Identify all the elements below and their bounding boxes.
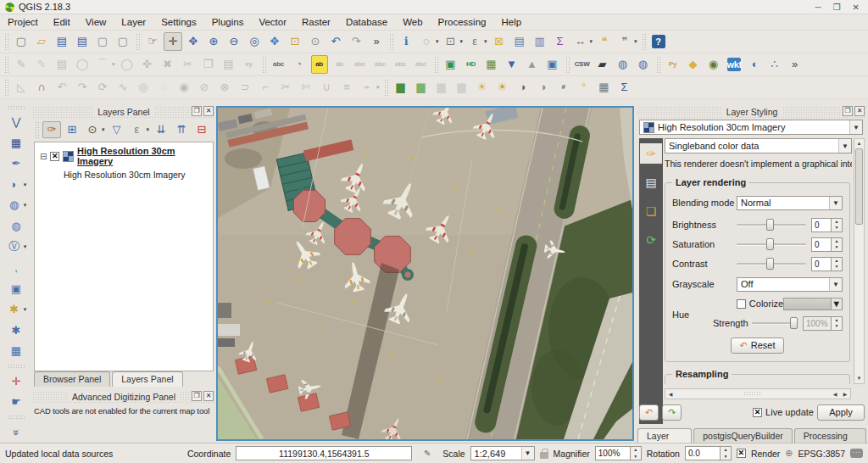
- renderer-selector[interactable]: Singleband color data ▼: [665, 138, 852, 153]
- toolbar-overflow-button[interactable]: »: [367, 32, 386, 51]
- delete-part-button[interactable]: ⊗: [215, 78, 234, 97]
- spin-down-icon[interactable]: ▼: [832, 244, 842, 251]
- layer-diagram-button[interactable]: ab: [331, 55, 349, 74]
- toggle-editing-button[interactable]: ✎: [32, 55, 51, 74]
- redo-style-button[interactable]: ↷: [662, 404, 682, 421]
- label-settings-button[interactable]: abc: [270, 55, 288, 74]
- increase-brightness-button[interactable]: ☀: [473, 78, 492, 97]
- touch-zoom-pan-button[interactable]: ☞: [143, 32, 162, 51]
- upload-grid-button[interactable]: ▲: [523, 55, 542, 74]
- current-edits-button[interactable]: ✎: [12, 55, 31, 74]
- add-feature-button[interactable]: ◯: [73, 55, 92, 74]
- wkt-plugin-button[interactable]: wkt: [725, 55, 743, 74]
- move-feature-button[interactable]: ◯: [118, 55, 136, 74]
- new-shapefile-layer-button[interactable]: ✱▾: [5, 299, 28, 321]
- offline-editing-button[interactable]: ▰: [593, 55, 612, 74]
- rotate-feature-button[interactable]: ⟳: [93, 78, 112, 97]
- styling-vertical-scrollbar[interactable]: ▲ ▼: [854, 138, 865, 384]
- blending-mode-select[interactable]: Normal ▼: [737, 196, 843, 210]
- redo-button[interactable]: ↷: [73, 78, 92, 97]
- rotation-spinbox[interactable]: 0.0▲▼: [685, 446, 732, 460]
- add-gpx-layer-button[interactable]: ▣: [7, 278, 25, 299]
- symbology-tab-icon[interactable]: ✑: [640, 143, 662, 164]
- zoom-last-button[interactable]: ↶: [326, 32, 345, 51]
- scroll-left-icon[interactable]: ◀: [830, 391, 840, 397]
- label-edit-button[interactable]: abc: [412, 55, 431, 74]
- delete-ring-button[interactable]: ⊘: [195, 78, 214, 97]
- toolbar-handle[interactable]: [35, 121, 39, 138]
- spin-up-icon[interactable]: ▲: [832, 258, 842, 265]
- select-features-button[interactable]: ◌▾: [417, 32, 440, 51]
- styling-horizontal-scrollbar[interactable]: ◀ ◀ ▶: [665, 388, 851, 399]
- modify-attributes-button[interactable]: xy: [240, 55, 259, 74]
- help-contents-button[interactable]: ?: [649, 32, 668, 51]
- undo-button[interactable]: ↶: [53, 78, 71, 97]
- toolbar-overflow-button[interactable]: »: [7, 421, 25, 443]
- new-spatialite-layer-button[interactable]: ✱: [7, 320, 25, 341]
- add-wfs-layer-button[interactable]: Ⓥ▾: [5, 237, 28, 258]
- select-by-rectangle-button[interactable]: ⊡▾: [442, 32, 465, 51]
- toolbar-handle[interactable]: [565, 56, 570, 73]
- toolbar-handle[interactable]: [389, 33, 393, 50]
- brightness-spinbox[interactable]: 0▲▼: [811, 218, 843, 232]
- history-tab-icon[interactable]: ⟳: [640, 230, 662, 250]
- grayscale-select[interactable]: Off ▼: [737, 277, 843, 292]
- minimize-icon[interactable]: ─: [815, 3, 821, 12]
- toolbar-handle[interactable]: [8, 105, 25, 109]
- layer-tree-row[interactable]: ⊟ ✕ High Resolution 30cm Imagery: [35, 142, 213, 168]
- extent-toggle-button[interactable]: ✎: [418, 446, 437, 461]
- copy-features-button[interactable]: ❐: [199, 55, 218, 74]
- add-virtual-layer-button[interactable]: ,: [7, 258, 25, 279]
- spin-down-icon[interactable]: ▼: [631, 454, 641, 460]
- toolbar-handle[interactable]: [4, 33, 8, 50]
- toolbar-handle[interactable]: [384, 79, 388, 96]
- coordinate-input[interactable]: 11199130.4,1564391.5: [236, 446, 412, 460]
- add-wms-layer-button[interactable]: ◍: [7, 216, 25, 237]
- toolbar-overflow-button[interactable]: »: [786, 55, 804, 74]
- zoom-in-button[interactable]: ⊕: [204, 32, 223, 51]
- chevron-down-icon[interactable]: ▼: [832, 298, 843, 310]
- new-geopackage-layer-button[interactable]: ▦: [7, 341, 25, 362]
- label-add-button[interactable]: abc: [371, 55, 390, 74]
- show-sum-button[interactable]: Σ: [551, 32, 570, 51]
- zoom-full-button[interactable]: ✥: [265, 32, 284, 51]
- raster-grid-button[interactable]: #: [554, 78, 573, 97]
- paste-features-button[interactable]: ▤: [220, 55, 238, 74]
- zoom-to-selection-button[interactable]: ⊡: [286, 32, 304, 51]
- open-attribute-table-button[interactable]: ▤: [510, 32, 529, 51]
- postgis-plugin-button[interactable]: ◖: [745, 55, 764, 74]
- menu-edit[interactable]: Edit: [46, 15, 78, 29]
- menu-web[interactable]: Web: [395, 15, 430, 29]
- deselect-all-button[interactable]: ⊠: [490, 32, 509, 51]
- db-manager-button[interactable]: ▣: [543, 55, 562, 74]
- menu-database[interactable]: Database: [338, 15, 395, 29]
- toolbar-handle[interactable]: [262, 56, 266, 73]
- toolbar-handle[interactable]: [8, 415, 25, 419]
- decrease-contrast-button[interactable]: ◑: [534, 78, 553, 97]
- expand-all-button[interactable]: ⇊: [152, 121, 170, 138]
- spin-up-icon[interactable]: ▲: [721, 447, 731, 454]
- offset-curve-button[interactable]: ⊃: [236, 78, 254, 97]
- toolbar-handle[interactable]: [642, 33, 646, 50]
- contrast-slider[interactable]: [737, 257, 806, 271]
- add-postgis-layer-button[interactable]: ◗▾: [5, 175, 28, 196]
- toolbar-handle[interactable]: [4, 56, 8, 73]
- raster-dots-button[interactable]: °: [575, 78, 593, 97]
- open-layer-styling-button[interactable]: ✑: [42, 121, 61, 138]
- histogram-tab-icon[interactable]: ▤: [640, 172, 662, 192]
- scroll-right-icon[interactable]: ▶: [840, 391, 850, 397]
- cut-features-button[interactable]: ✂: [179, 55, 198, 74]
- layer-legend-row[interactable]: High Resolution 30cm Imagery: [35, 168, 213, 181]
- float-panel-icon[interactable]: ❐: [192, 391, 202, 401]
- add-spatialite-layer-button[interactable]: ◍▾: [5, 195, 28, 216]
- spin-up-icon[interactable]: ▲: [832, 238, 842, 245]
- add-delimited-text-layer-button[interactable]: ✒: [7, 153, 25, 175]
- menu-processing[interactable]: Processing: [431, 15, 494, 29]
- zonal-statistics-button[interactable]: Σ: [615, 78, 634, 97]
- zoom-native-button[interactable]: ◎: [245, 32, 264, 51]
- zoom-to-layer-button[interactable]: ⊙: [306, 32, 325, 51]
- close-panel-icon[interactable]: ✕: [203, 391, 214, 401]
- add-circular-string-button[interactable]: ⌒▾: [93, 55, 116, 74]
- menu-help[interactable]: Help: [493, 15, 529, 29]
- save-project-as-button[interactable]: ▤: [73, 32, 92, 51]
